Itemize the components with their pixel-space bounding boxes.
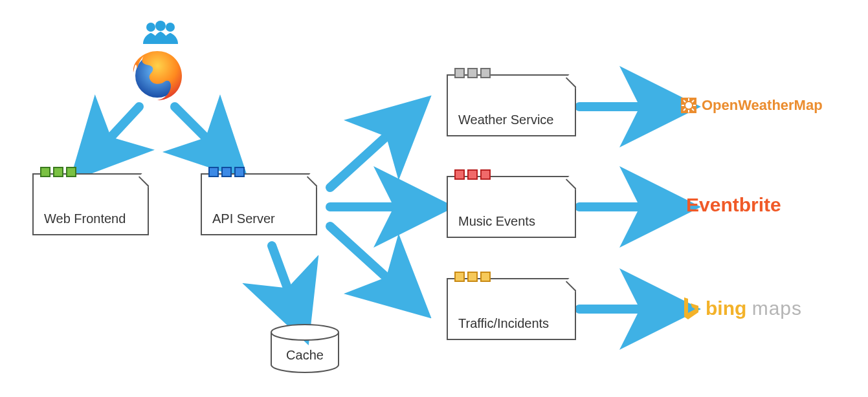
users-icon: [141, 21, 180, 47]
svg-point-4: [271, 325, 339, 340]
node-music-events: Music Events: [447, 176, 576, 238]
logo-eventbrite: Eventbrite: [686, 194, 781, 216]
sun-icon: [681, 98, 696, 113]
logo-bing-maps: bing maps: [681, 296, 802, 321]
node-traffic-incidents: Traffic/Incidents: [447, 278, 576, 340]
tab-box: [53, 167, 63, 177]
firefox-icon: [128, 47, 186, 107]
traffic-tabs: [454, 272, 491, 282]
tab-box: [467, 272, 478, 282]
node-cache: Cache: [269, 323, 340, 375]
folded-corner: [562, 176, 576, 190]
bing-brand-text: bing: [706, 297, 746, 319]
folded-corner: [562, 74, 576, 89]
svg-point-2: [166, 23, 175, 32]
logo-openweathermap: OpenWeatherMap: [681, 97, 823, 114]
tab-box: [234, 167, 245, 177]
tab-box: [480, 272, 491, 282]
node-web-frontend: Web Frontend: [32, 173, 149, 235]
tab-box: [480, 68, 491, 78]
svg-point-6: [685, 102, 692, 109]
tab-box: [40, 167, 50, 177]
tab-box: [454, 169, 465, 180]
svg-point-1: [155, 21, 166, 31]
node-weather-service: Weather Service: [447, 74, 576, 136]
tab-box: [66, 167, 76, 177]
folded-corner: [562, 278, 576, 292]
music-label: Music Events: [458, 214, 535, 229]
arrow-browser-to-apiserver: [175, 107, 220, 152]
tab-box: [454, 68, 465, 78]
tab-box: [221, 167, 232, 177]
arrow-api-to-cache: [272, 246, 295, 307]
bing-icon: [681, 296, 700, 321]
folded-corner: [135, 173, 149, 188]
api-server-label: API Server: [212, 211, 275, 226]
folded-corner: [303, 173, 317, 188]
tab-box: [467, 68, 478, 78]
web-frontend-label: Web Frontend: [44, 211, 126, 226]
tab-box: [208, 167, 219, 177]
architecture-diagram: Web Frontend API Server Weather Service …: [0, 0, 868, 397]
api-server-tabs: [208, 167, 245, 177]
arrow-api-to-traffic: [330, 226, 401, 291]
tab-box: [480, 169, 491, 180]
web-frontend-tabs: [40, 167, 76, 177]
eventbrite-text: Eventbrite: [686, 194, 781, 216]
tab-box: [454, 272, 465, 282]
openweathermap-text: OpenWeatherMap: [702, 97, 823, 114]
tab-box: [467, 169, 478, 180]
svg-point-0: [146, 23, 155, 32]
bing-maps-text: maps: [752, 297, 802, 319]
node-api-server: API Server: [201, 173, 317, 235]
traffic-label: Traffic/Incidents: [458, 316, 549, 331]
cache-label: Cache: [269, 348, 340, 363]
weather-tabs: [454, 68, 491, 78]
arrow-browser-to-webfrontend: [97, 107, 139, 152]
music-tabs: [454, 169, 491, 180]
weather-label: Weather Service: [458, 113, 553, 127]
arrow-api-to-weather: [330, 123, 401, 188]
